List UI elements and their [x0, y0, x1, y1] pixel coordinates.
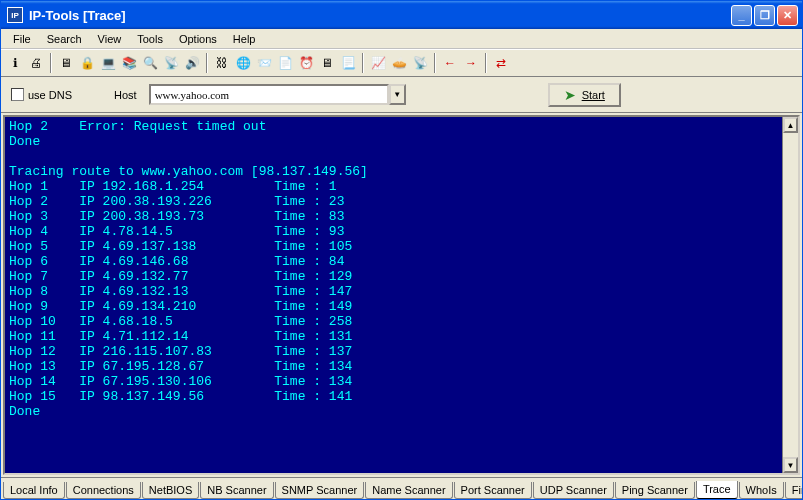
titlebar: IP IP-Tools [Trace] _ ❐ ✕	[1, 1, 802, 29]
toolbar-button-0-1[interactable]: 🖨	[26, 53, 46, 73]
toolbar-button-5-0[interactable]: ⇄	[491, 53, 511, 73]
toolbar-button-1-1[interactable]: 🔒	[77, 53, 97, 73]
host-combo: ▼	[149, 84, 406, 105]
toolbar-button-1-4[interactable]: 🔍	[140, 53, 160, 73]
menu-options[interactable]: Options	[171, 31, 225, 47]
tab-udp-scanner[interactable]: UDP Scanner	[533, 482, 614, 499]
close-button[interactable]: ✕	[777, 5, 798, 26]
tab-name-scanner[interactable]: Name Scanner	[365, 482, 452, 499]
menu-view[interactable]: View	[90, 31, 130, 47]
toolbar-button-4-1[interactable]: →	[461, 53, 481, 73]
toolbar-button-1-6[interactable]: 🔊	[182, 53, 202, 73]
run-icon: ➤	[564, 87, 576, 103]
tabbar: Local InfoConnectionsNetBIOSNB ScannerSN…	[1, 477, 802, 499]
toolbar-button-2-3[interactable]: 📄	[275, 53, 295, 73]
window-title: IP-Tools [Trace]	[27, 8, 731, 23]
host-label: Host	[114, 89, 137, 101]
toolbar-button-2-6[interactable]: 📃	[338, 53, 358, 73]
start-button-label: Start	[582, 89, 605, 101]
toolbar-separator	[434, 53, 436, 73]
toolbar-button-1-5[interactable]: 📡	[161, 53, 181, 73]
window-controls: _ ❐ ✕	[731, 5, 798, 26]
menu-file[interactable]: File	[5, 31, 39, 47]
scroll-down-button[interactable]: ▼	[783, 457, 798, 473]
tab-snmp-scanner[interactable]: SNMP Scanner	[275, 482, 365, 499]
toolbar-separator	[362, 53, 364, 73]
terminal-scrollbar[interactable]: ▲ ▼	[782, 117, 798, 473]
menubar: FileSearchViewToolsOptionsHelp	[1, 29, 802, 49]
tab-netbios[interactable]: NetBIOS	[142, 482, 199, 499]
toolbar-button-2-5[interactable]: 🖥	[317, 53, 337, 73]
scroll-track[interactable]	[783, 133, 798, 457]
toolbar-separator	[485, 53, 487, 73]
toolbar-button-2-4[interactable]: ⏰	[296, 53, 316, 73]
use-dns-checkbox-wrap: use DNS	[11, 88, 72, 101]
toolbar-button-3-1[interactable]: 🥧	[389, 53, 409, 73]
app-icon: IP	[7, 7, 23, 23]
tab-whois[interactable]: WhoIs	[739, 482, 784, 499]
toolbar-separator	[50, 53, 52, 73]
app-window: IP IP-Tools [Trace] _ ❐ ✕ FileSearchView…	[0, 0, 803, 500]
toolbar-button-0-0[interactable]: ℹ	[5, 53, 25, 73]
start-button[interactable]: ➤ Start	[548, 83, 621, 107]
menu-search[interactable]: Search	[39, 31, 90, 47]
tab-ping-scanner[interactable]: Ping Scanner	[615, 482, 695, 499]
use-dns-checkbox[interactable]	[11, 88, 24, 101]
toolbar: ℹ🖨🖥🔒💻📚🔍📡🔊⛓🌐📨📄⏰🖥📃📈🥧📡←→⇄	[1, 49, 802, 77]
menu-help[interactable]: Help	[225, 31, 264, 47]
tab-nb-scanner[interactable]: NB Scanner	[200, 482, 273, 499]
control-bar: use DNS Host ▼ ➤ Start	[1, 77, 802, 113]
toolbar-button-2-2[interactable]: 📨	[254, 53, 274, 73]
tab-local-info[interactable]: Local Info	[3, 482, 65, 499]
toolbar-button-3-2[interactable]: 📡	[410, 53, 430, 73]
toolbar-button-1-0[interactable]: 🖥	[56, 53, 76, 73]
toolbar-button-1-3[interactable]: 📚	[119, 53, 139, 73]
menu-tools[interactable]: Tools	[129, 31, 171, 47]
trace-output[interactable]: Hop 2 Error: Request timed out Done Trac…	[5, 117, 782, 473]
toolbar-button-1-2[interactable]: 💻	[98, 53, 118, 73]
toolbar-button-2-1[interactable]: 🌐	[233, 53, 253, 73]
maximize-button[interactable]: ❐	[754, 5, 775, 26]
terminal-panel: Hop 2 Error: Request timed out Done Trac…	[3, 115, 800, 475]
toolbar-separator	[206, 53, 208, 73]
tab-trace[interactable]: Trace	[696, 481, 738, 499]
tab-connections[interactable]: Connections	[66, 482, 141, 499]
scroll-up-button[interactable]: ▲	[783, 117, 798, 133]
toolbar-button-4-0[interactable]: ←	[440, 53, 460, 73]
toolbar-button-3-0[interactable]: 📈	[368, 53, 388, 73]
tab-fing[interactable]: Fing	[785, 482, 802, 499]
host-dropdown-button[interactable]: ▼	[389, 84, 406, 105]
tab-port-scanner[interactable]: Port Scanner	[454, 482, 532, 499]
minimize-button[interactable]: _	[731, 5, 752, 26]
use-dns-label: use DNS	[28, 89, 72, 101]
host-input[interactable]	[149, 84, 389, 105]
toolbar-button-2-0[interactable]: ⛓	[212, 53, 232, 73]
